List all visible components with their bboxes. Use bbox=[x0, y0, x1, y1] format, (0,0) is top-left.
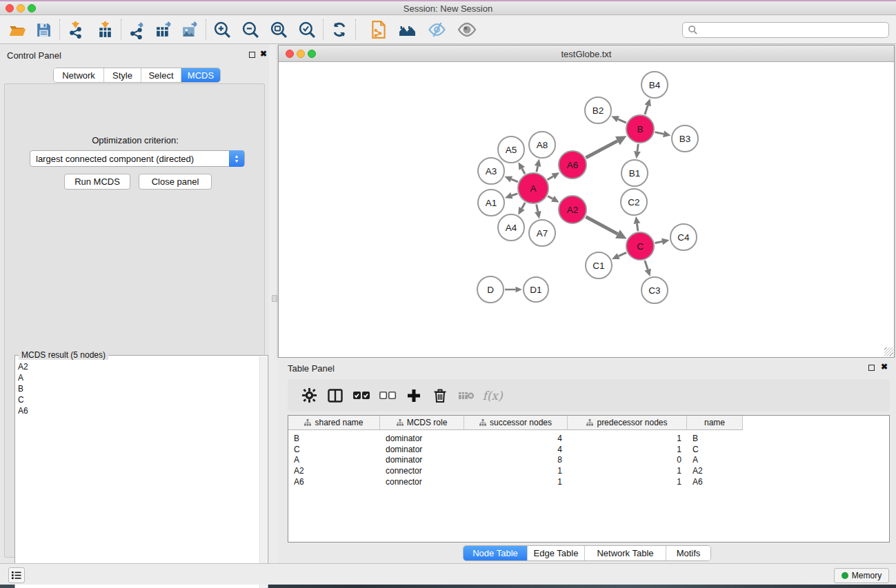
task-history-button[interactable] bbox=[8, 567, 25, 583]
mcds-result-item[interactable]: C bbox=[18, 394, 258, 405]
node-label-B4: B4 bbox=[649, 80, 661, 90]
add-column-icon[interactable] bbox=[401, 383, 427, 408]
table-row[interactable]: Adominator80A bbox=[288, 454, 743, 465]
edge-C-C1[interactable] bbox=[619, 252, 626, 256]
table-row[interactable]: Bdominator41B bbox=[288, 433, 743, 444]
tab-network-table[interactable]: Network Table bbox=[585, 546, 666, 560]
deselect-all-icon[interactable] bbox=[375, 383, 401, 408]
tab-node-table[interactable]: Node Table bbox=[464, 546, 528, 560]
mcds-result-list[interactable]: A2ABCA6 bbox=[18, 361, 258, 588]
memory-button[interactable]: Memory bbox=[834, 568, 889, 583]
node-label-B2: B2 bbox=[593, 105, 604, 116]
float-panel-icon[interactable] bbox=[249, 52, 255, 58]
edge-A-A1[interactable] bbox=[512, 194, 517, 196]
node-table[interactable]: shared nameMCDS rolesuccessor nodesprede… bbox=[288, 415, 890, 543]
table-row[interactable]: Cdominator41C bbox=[288, 444, 743, 455]
edge-B-B4[interactable] bbox=[645, 105, 648, 114]
zoom-fit-icon[interactable] bbox=[267, 19, 290, 41]
function-builder-icon[interactable]: f(x) bbox=[479, 383, 506, 408]
edge-A-A3[interactable] bbox=[511, 179, 518, 182]
close-table-panel-icon[interactable]: ✖ bbox=[881, 362, 888, 372]
column-header-name[interactable]: name bbox=[687, 416, 743, 430]
edge-A2-C[interactable] bbox=[586, 216, 617, 234]
tab-style[interactable]: Style bbox=[104, 68, 141, 82]
table-cell: A6 bbox=[288, 476, 380, 487]
resize-grip-icon[interactable] bbox=[884, 347, 893, 356]
delete-column-icon[interactable] bbox=[427, 383, 453, 408]
import-network-icon[interactable] bbox=[64, 19, 88, 41]
edge-A-A5[interactable] bbox=[522, 168, 525, 174]
vertical-split-handle[interactable] bbox=[272, 295, 277, 302]
edge-A-A4[interactable] bbox=[521, 203, 525, 209]
mcds-result-item[interactable]: A bbox=[18, 372, 258, 383]
tab-select[interactable]: Select bbox=[141, 68, 181, 82]
criterion-dropdown[interactable]: largest connected component (directed) ▲… bbox=[30, 150, 245, 167]
mcds-result-item[interactable]: B bbox=[18, 383, 258, 394]
edge-C-C3[interactable] bbox=[645, 261, 648, 270]
table-row[interactable]: A6connector11A6 bbox=[288, 476, 743, 487]
search-input[interactable] bbox=[682, 22, 889, 38]
close-panel-button[interactable]: Close panel bbox=[139, 174, 212, 190]
export-network-icon[interactable] bbox=[126, 19, 149, 41]
column-header-label: name bbox=[704, 418, 725, 427]
table-cell: 1 bbox=[464, 476, 568, 487]
bird-eye-icon[interactable] bbox=[455, 19, 479, 41]
mcds-result-item[interactable]: A2 bbox=[18, 361, 258, 372]
export-image-icon[interactable] bbox=[178, 19, 201, 41]
node-label-C4: C4 bbox=[677, 232, 690, 243]
zoom-out-icon[interactable] bbox=[239, 19, 262, 41]
delete-table-icon[interactable] bbox=[453, 383, 479, 408]
edge-B-B1[interactable] bbox=[637, 144, 638, 152]
node-label-C2: C2 bbox=[628, 197, 639, 207]
open-file-icon[interactable] bbox=[6, 19, 29, 41]
tab-edge-table[interactable]: Edge Table bbox=[528, 546, 585, 560]
column-header-predecessor-nodes[interactable]: predecessor nodes bbox=[568, 416, 687, 430]
network-canvas[interactable]: A5A8A3AA1A4A7A6A2BB2B4B3B1C2CC4C1C3DD1 bbox=[279, 63, 894, 357]
table-cell: dominator bbox=[380, 454, 464, 465]
toolbar-separator bbox=[206, 19, 206, 40]
edge-B-B2[interactable] bbox=[618, 119, 626, 123]
mcds-result-item[interactable]: A6 bbox=[18, 405, 258, 416]
split-panel-icon[interactable] bbox=[322, 383, 348, 408]
edge-C-C4[interactable] bbox=[655, 241, 663, 243]
edge-A-A8[interactable] bbox=[537, 166, 538, 172]
edge-A-A2[interactable] bbox=[548, 196, 552, 199]
edge-A6-B[interactable] bbox=[586, 141, 617, 157]
edge-arrow-icon bbox=[644, 268, 650, 276]
gear-icon[interactable] bbox=[296, 383, 322, 408]
column-header-shared-name[interactable]: shared name bbox=[288, 416, 380, 430]
network-window-titlebar[interactable]: testGlobe.txt bbox=[279, 45, 894, 62]
run-mcds-button[interactable]: Run MCDS bbox=[64, 174, 130, 190]
save-session-icon[interactable] bbox=[32, 19, 55, 41]
zoom-selected-icon[interactable] bbox=[295, 19, 319, 41]
network-file-icon[interactable] bbox=[367, 19, 390, 41]
show-graphics-details-icon[interactable] bbox=[425, 19, 448, 41]
import-table-icon[interactable] bbox=[93, 19, 117, 41]
column-header-successor-nodes[interactable]: successor nodes bbox=[464, 416, 568, 430]
close-panel-icon[interactable]: ✖ bbox=[260, 49, 267, 59]
edge-A-A6[interactable] bbox=[548, 176, 553, 180]
control-panel: Control Panel ✖ NetworkStyleSelectMCDS O… bbox=[0, 44, 269, 563]
dropdown-stepper-icon: ▲▼ bbox=[229, 150, 244, 167]
edge-B-B3[interactable] bbox=[655, 132, 664, 134]
tab-motifs[interactable]: Motifs bbox=[666, 546, 710, 560]
mcds-result-scrollbar[interactable] bbox=[259, 356, 267, 588]
select-all-icon[interactable] bbox=[348, 383, 375, 408]
float-table-panel-icon[interactable] bbox=[868, 365, 875, 371]
column-header-MCDS-role[interactable]: MCDS role bbox=[380, 416, 464, 430]
edge-C-C2[interactable] bbox=[637, 223, 638, 231]
zoom-in-icon[interactable] bbox=[210, 19, 234, 41]
hide-details-icon[interactable] bbox=[396, 19, 419, 41]
export-table-icon[interactable] bbox=[152, 19, 175, 41]
refresh-icon[interactable] bbox=[328, 19, 351, 41]
column-header-label: successor nodes bbox=[490, 418, 552, 427]
session-title: Session: New Session bbox=[0, 3, 896, 14]
node-label-B3: B3 bbox=[679, 134, 691, 144]
tab-network[interactable]: Network bbox=[54, 68, 104, 82]
edge-A-A7[interactable] bbox=[537, 205, 538, 212]
mcds-result-group: MCDS result (5 nodes) A2ABCA6 bbox=[14, 355, 268, 588]
table-row[interactable]: A2connector11A2 bbox=[288, 465, 743, 476]
table-cell: C bbox=[687, 444, 743, 455]
network-graph[interactable]: A5A8A3AA1A4A7A6A2BB2B4B3B1C2CC4C1C3DD1 bbox=[279, 63, 894, 357]
tab-mcds[interactable]: MCDS bbox=[181, 68, 220, 82]
